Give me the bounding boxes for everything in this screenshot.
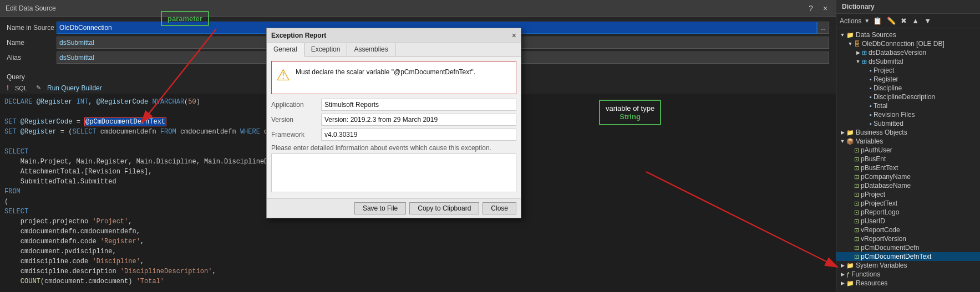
tree-label-vReportVersion: vReportVersion <box>861 235 906 243</box>
var-icon-pBusEnt: ⊡ <box>854 156 859 163</box>
folder-icon-biz: 📁 <box>846 129 854 136</box>
tree-label-total: Total <box>874 102 887 110</box>
var-icon-pCmDocumentDefn: ⊡ <box>854 244 859 252</box>
var-icon-vReportVersion: ⊡ <box>854 235 859 243</box>
dict-add-button[interactable]: 📋 <box>871 16 883 25</box>
tree-item-sysvar[interactable]: ▶ 📁 System Variables <box>836 261 980 270</box>
tree-item-discipline[interactable]: ▪ Discipline <box>836 84 980 93</box>
exc-framework-value <box>321 129 516 141</box>
tree-item-disciplinedesc[interactable]: ▪ DisciplineDescription <box>836 93 980 101</box>
exc-application-value <box>321 99 516 111</box>
toggle-functions[interactable]: ▶ <box>839 271 846 277</box>
tree-item-dssubmittal[interactable]: ▼ ⊞ dsSubmittal <box>836 57 980 66</box>
tree-item-vReportVersion[interactable]: ⊡ vReportVersion <box>836 234 980 243</box>
folder-icon-res: 📁 <box>846 280 854 287</box>
toggle-variables[interactable]: ▼ <box>839 139 846 144</box>
exception-titlebar: Exception Report × <box>267 28 521 43</box>
edit-sql-button[interactable]: ✎ <box>33 83 44 93</box>
var-icon-pDatabaseName: ⊡ <box>854 182 859 189</box>
dict-down-button[interactable]: ▼ <box>922 16 933 25</box>
func-icon: ƒ <box>846 271 850 278</box>
tree-item-dbversion[interactable]: ▶ ⊞ dsDatabaseVersion <box>836 48 980 57</box>
tree-label-pProjectText: pProjectText <box>861 199 897 207</box>
tree-item-pProjectText[interactable]: ⊡ pProjectText <box>836 199 980 208</box>
dict-up-button[interactable]: ▲ <box>910 16 921 25</box>
toggle-dbversion[interactable]: ▶ <box>854 50 862 55</box>
tree-item-functions[interactable]: ▶ ƒ Functions <box>836 270 980 279</box>
toggle-data-sources[interactable]: ▼ <box>839 32 846 38</box>
tree-item-bizobjects[interactable]: ▶ 📁 Business Objects <box>836 128 980 137</box>
tree-item-pCmDocumentDefn[interactable]: ⊡ pCmDocumentDefn <box>836 243 980 252</box>
dict-edit-button[interactable]: ✏️ <box>885 16 897 25</box>
tree-item-pDatabaseName[interactable]: ⊡ pDatabaseName <box>836 181 980 190</box>
tree-item-register[interactable]: ▪ Register <box>836 75 980 84</box>
close-action-button[interactable]: Close <box>483 202 516 214</box>
tree-item-pProject[interactable]: ⊡ pProject <box>836 190 980 199</box>
tree-label-pAuthUser: pAuthUser <box>861 146 892 154</box>
close-button[interactable]: × <box>820 3 830 13</box>
tree-item-total[interactable]: ▪ Total <box>836 101 980 110</box>
var-icon-pProject: ⊡ <box>854 191 859 198</box>
actions-label: Actions <box>840 17 861 25</box>
alias-label: Alias <box>7 54 57 62</box>
exception-close-button[interactable]: × <box>512 31 516 40</box>
tree-item-pCmDocumentDefnText[interactable]: ⊡ pCmDocumentDefnText <box>836 252 980 261</box>
tree-label-resources: Resources <box>856 279 887 287</box>
actions-dropdown-icon: ▼ <box>864 18 870 24</box>
code-line-14: cmdocument.pvdiscipline, <box>4 247 831 257</box>
tree-label-data-sources: Data Sources <box>856 31 896 39</box>
tree-item-submitted[interactable]: ▪ Submitted <box>836 119 980 128</box>
toggle-bizobjects[interactable]: ▶ <box>839 130 846 135</box>
tree-label-bizobjects: Business Objects <box>856 129 907 136</box>
tree-item-pUserID[interactable]: ⊡ pUserID <box>836 217 980 226</box>
tab-exception[interactable]: Exception <box>304 43 348 56</box>
tree-label-pBusEntText: pBusEntText <box>861 164 898 172</box>
tree-label-pBusEnt: pBusEnt <box>861 155 886 163</box>
toggle-dssubmittal[interactable]: ▼ <box>854 59 862 64</box>
tree-label-project: Project <box>874 66 894 74</box>
browse-button[interactable]: ... <box>817 22 829 34</box>
tree-item-pBusEntText[interactable]: ⊡ pBusEntText <box>836 163 980 172</box>
var-icon-pProjectText: ⊡ <box>854 200 859 207</box>
tree-item-pCompanyName[interactable]: ⊡ pCompanyName <box>836 172 980 181</box>
tree-item-pBusEnt[interactable]: ⊡ pBusEnt <box>836 155 980 163</box>
var-icon-pCmDocumentDefnText: ⊡ <box>854 253 859 260</box>
tab-assemblies[interactable]: Assemblies <box>347 43 395 56</box>
toggle-oledb[interactable]: ▼ <box>846 41 854 47</box>
tree-label-functions: Functions <box>851 270 880 278</box>
toggle-resources[interactable]: ▶ <box>839 280 846 286</box>
exception-dialog: Exception Report × General Exception Ass… <box>266 28 521 218</box>
code-line-13: cmdocumentdefn.code 'Register', <box>4 237 831 247</box>
tab-general[interactable]: General <box>267 43 304 57</box>
dictionary-tree: ▼ 📁 Data Sources ▼ 🗄 OleDbConnection [OL… <box>836 28 980 292</box>
tree-item-vReportCode[interactable]: ⊡ vReportCode <box>836 226 980 234</box>
var-icon-pCompanyName: ⊡ <box>854 173 859 181</box>
dict-delete-button[interactable]: ✖ <box>899 16 908 25</box>
tree-item-pReportLogo[interactable]: ⊡ pReportLogo <box>836 208 980 217</box>
tree-label-register: Register <box>874 75 898 83</box>
help-button[interactable]: ? <box>806 3 816 13</box>
table-icon-dssubmittal: ⊞ <box>862 58 867 65</box>
run-query-button[interactable]: Run Query Builder <box>47 84 102 92</box>
exception-error-box: ⚠ Must declare the scalar variable "@pCm… <box>271 61 516 94</box>
tree-item-resources[interactable]: ▶ 📁 Resources <box>836 279 980 288</box>
sql-button[interactable]: SQL <box>12 84 30 93</box>
dialog-title: Edit Data Source <box>6 4 56 12</box>
save-to-file-button[interactable]: Save to File <box>354 202 406 214</box>
tree-label-discipline: Discipline <box>874 84 902 92</box>
tree-label-pReportLogo: pReportLogo <box>861 208 899 216</box>
folder-icon: 📁 <box>846 32 854 39</box>
field-icon-project: ▪ <box>870 67 872 74</box>
tree-item-project[interactable]: ▪ Project <box>836 66 980 75</box>
tree-item-revfiles[interactable]: ▪ Revision Files <box>836 110 980 119</box>
tree-item-oledb[interactable]: ▼ 🗄 OleDbConnection [OLE DB] <box>836 39 980 48</box>
exc-detail-textarea[interactable] <box>271 153 516 192</box>
tree-item-variables[interactable]: ▼ 📦 Variables <box>836 137 980 146</box>
copy-to-clipboard-button[interactable]: Copy to Clipboard <box>409 202 479 214</box>
toggle-sysvar[interactable]: ▶ <box>839 263 846 268</box>
tree-item-data-sources[interactable]: ▼ 📁 Data Sources <box>836 30 980 39</box>
var-icon-pReportLogo: ⊡ <box>854 209 859 216</box>
field-icon-total: ▪ <box>870 103 872 109</box>
tree-item-pAuthUser[interactable]: ⊡ pAuthUser <box>836 146 980 155</box>
table-icon-dbversion: ⊞ <box>862 49 867 57</box>
